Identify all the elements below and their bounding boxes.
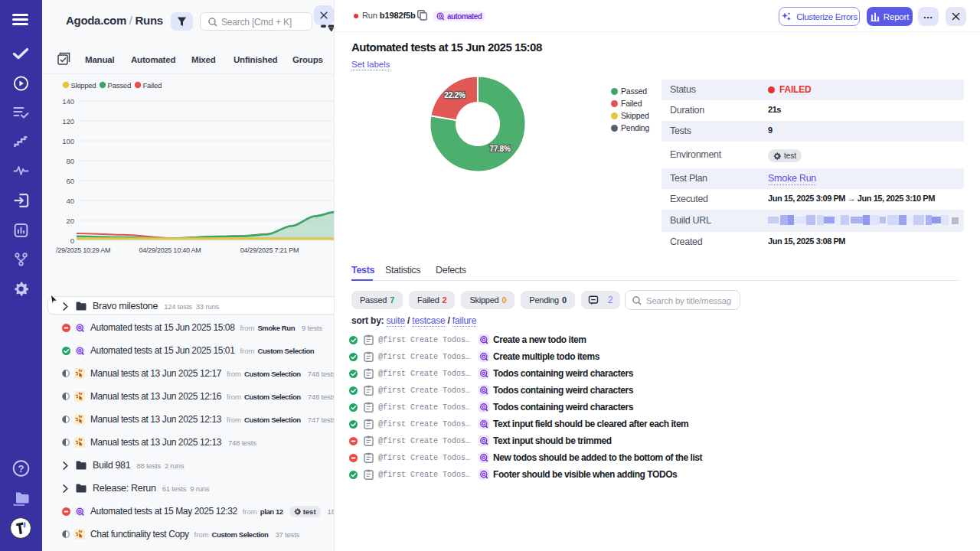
svg-text:04/29/2025 7:21 PM: 04/29/2025 7:21 PM [240,246,299,254]
svg-text:60: 60 [66,177,74,185]
svg-text:0: 0 [70,236,74,245]
svg-text:100: 100 [62,137,74,145]
svg-text:140: 140 [62,97,74,106]
svg-text:Skipped: Skipped [71,81,96,90]
svg-text:/29/2025 10:29 AM: /29/2025 10:29 AM [56,246,110,254]
svg-text:Passed: Passed [108,81,132,90]
svg-text:120: 120 [62,117,74,126]
svg-text:20: 20 [66,217,74,225]
svg-text:04/29/2025 10:40 AM: 04/29/2025 10:40 AM [139,246,201,254]
svg-text:77.8%: 77.8% [489,145,511,153]
svg-text:80: 80 [66,157,74,165]
svg-text:40: 40 [66,197,74,205]
svg-text:22.2%: 22.2% [444,91,466,99]
svg-text:Failed: Failed [143,81,162,90]
svg-text:?: ? [18,463,24,474]
